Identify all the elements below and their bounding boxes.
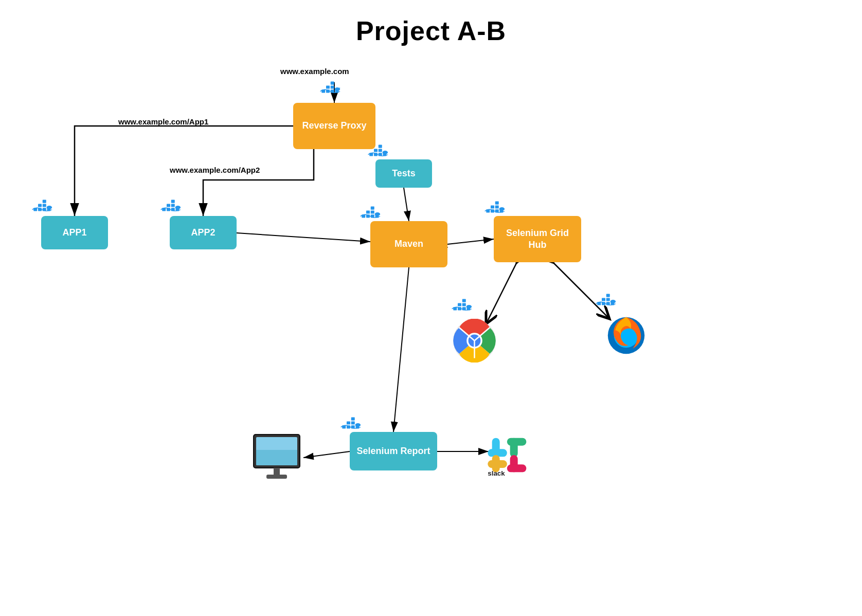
docker-icon-1	[320, 80, 343, 98]
page-title: Project A-B	[0, 0, 862, 46]
svg-rect-104	[507, 464, 527, 472]
svg-line-3	[404, 188, 409, 221]
svg-rect-50	[371, 207, 374, 210]
diagram-container: Project A-B	[0, 0, 862, 616]
svg-rect-56	[491, 205, 494, 208]
svg-rect-26	[43, 200, 46, 203]
svg-point-27	[47, 206, 52, 209]
monitor-icon	[251, 432, 302, 483]
svg-line-5	[447, 239, 494, 244]
svg-line-4	[237, 233, 370, 242]
box-selenium-report: Selenium Report	[350, 432, 437, 470]
svg-rect-102	[488, 460, 507, 468]
svg-rect-24	[38, 204, 42, 207]
svg-line-6	[486, 262, 517, 324]
docker-icon-8	[596, 292, 619, 310]
svg-point-83	[466, 305, 472, 309]
svg-rect-65	[351, 421, 355, 424]
svg-line-9	[303, 451, 350, 458]
svg-rect-49	[371, 210, 374, 213]
svg-rect-16	[331, 85, 334, 88]
svg-rect-94	[256, 450, 297, 465]
svg-rect-41	[379, 149, 382, 152]
svg-rect-96	[266, 475, 287, 479]
svg-point-67	[355, 423, 361, 427]
svg-point-35	[175, 206, 181, 209]
label-app1-path: www.example.com/App1	[118, 117, 208, 126]
docker-icon-4	[368, 143, 391, 161]
docker-icon-5	[360, 205, 383, 223]
svg-rect-57	[495, 205, 499, 208]
svg-line-7	[553, 262, 609, 319]
svg-rect-15	[326, 85, 330, 88]
chrome-icon	[453, 319, 496, 363]
svg-rect-74	[606, 294, 610, 297]
svg-rect-95	[274, 468, 280, 476]
svg-rect-66	[351, 418, 355, 421]
svg-rect-34	[171, 200, 175, 203]
box-selenium-grid-hub: Selenium Grid Hub	[494, 216, 581, 262]
svg-rect-72	[602, 298, 605, 301]
slack-icon: slack	[483, 432, 535, 478]
docker-icon-6	[484, 200, 508, 218]
label-app2-path: www.example.com/App2	[170, 166, 260, 174]
svg-rect-32	[167, 204, 170, 207]
svg-rect-40	[374, 149, 378, 152]
svg-rect-48	[366, 210, 370, 213]
docker-icon-3	[160, 198, 184, 216]
svg-rect-42	[379, 145, 382, 148]
svg-rect-82	[462, 299, 466, 302]
docker-icon-2	[32, 198, 55, 216]
svg-point-59	[499, 207, 505, 211]
box-reverse-proxy: Reverse Proxy	[293, 103, 375, 149]
box-maven: Maven	[370, 221, 447, 267]
box-app2: APP2	[170, 216, 237, 249]
svg-text:slack: slack	[488, 469, 505, 477]
arrows-svg	[0, 0, 862, 616]
label-www-example: www.example.com	[280, 67, 349, 76]
svg-rect-25	[43, 204, 46, 207]
svg-rect-64	[347, 421, 350, 424]
svg-rect-81	[462, 303, 466, 306]
docker-icon-9	[452, 297, 475, 315]
svg-point-43	[383, 151, 388, 154]
svg-point-51	[375, 212, 381, 216]
svg-line-8	[393, 267, 409, 432]
svg-rect-58	[495, 202, 499, 205]
svg-rect-33	[171, 204, 175, 207]
firefox-icon	[604, 314, 648, 357]
docker-icon-7	[340, 415, 364, 433]
box-app1: APP1	[41, 216, 108, 249]
svg-rect-17	[331, 82, 334, 85]
svg-rect-73	[606, 298, 610, 301]
svg-rect-80	[458, 303, 461, 306]
box-tests: Tests	[375, 159, 432, 188]
svg-point-75	[610, 300, 616, 303]
svg-rect-100	[507, 438, 527, 446]
